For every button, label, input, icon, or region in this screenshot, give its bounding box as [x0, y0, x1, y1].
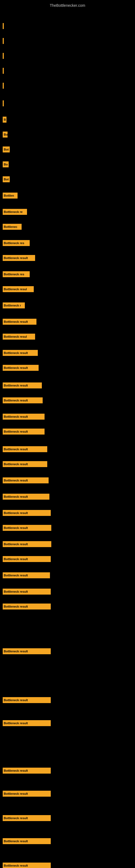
bar-row: Bottleneck result	[3, 319, 37, 325]
bar-row: Bottleneck result	[3, 397, 43, 403]
bar: Bottleneck result	[3, 397, 43, 403]
bar	[3, 100, 4, 106]
bar: Bottleneck result	[3, 697, 51, 703]
bar-row: Bot	[3, 176, 10, 182]
bar: Bot	[3, 176, 10, 182]
bar: Bottleneck result	[3, 541, 51, 547]
bar-row: Bottleneck result	[3, 572, 50, 578]
bar-row: Bottleneck result	[3, 446, 47, 452]
bar-row: Bottleneck result	[3, 556, 51, 562]
bar: Bottleneck result	[3, 791, 51, 797]
bar: Bottleneck r	[3, 303, 25, 308]
bar: B	[3, 117, 6, 123]
bar-row: Bottleneck resul	[3, 286, 34, 292]
bar-row: Bottleneck result	[3, 541, 51, 547]
bar-row: Bottleneck resul	[3, 334, 35, 340]
bar-row: Bottleneck result	[3, 365, 39, 371]
bar-row: Bottleneck res	[3, 240, 30, 246]
bar: Bottleneck result	[3, 863, 51, 868]
bar-row: Bottleneck result	[3, 382, 42, 389]
bar	[3, 38, 4, 44]
bar-row: Bottleneck result	[3, 494, 49, 500]
bar: Bo	[3, 161, 9, 167]
bar: Bottleneck result	[3, 255, 35, 261]
bar-row: Bottleneck result	[3, 838, 51, 844]
bar-row: Bottleneck result	[3, 815, 51, 821]
bar: Bottleneck resul	[3, 286, 34, 292]
bar: Bottleneck result	[3, 510, 51, 516]
bar-row: Bottleneck result	[3, 477, 49, 484]
bar-row	[3, 38, 4, 44]
bar: Bottleneck result	[3, 572, 50, 578]
bar: Bottleneck result	[3, 350, 38, 356]
bar-row: Bottleneck re	[3, 209, 27, 215]
bar-row: B	[3, 117, 6, 123]
bar-row: Bottlen	[3, 193, 17, 198]
bar-row: Bottleneck result	[3, 648, 51, 654]
bar: Bottleneck res	[3, 240, 30, 246]
bar-row	[3, 23, 4, 29]
bar: Bottleneck result	[3, 603, 51, 610]
bar: Bottleneck resul	[3, 334, 35, 340]
bar-row: Bottleneck result	[3, 510, 51, 516]
bar	[3, 53, 4, 59]
bar: Bottleneck result	[3, 477, 49, 484]
bar-row: Bot	[3, 147, 10, 152]
bar-row	[3, 53, 4, 59]
bar-row: Bottleneck result	[3, 461, 47, 467]
bar-row: Bo	[3, 161, 9, 167]
bar-row: Bottleneck result	[3, 697, 51, 703]
bar: Bottleneck result	[3, 446, 47, 452]
bar: Bo	[3, 131, 8, 137]
bar: Bottleneck result	[3, 414, 45, 420]
bar: Bottleneck result	[3, 589, 51, 595]
bar-row: Bottleneck result	[3, 720, 51, 726]
bar: Bottleneck result	[3, 365, 39, 371]
bar: Bottleneck result	[3, 382, 42, 389]
bar-row: Bottleneck result	[3, 414, 45, 420]
bar: Bottlenec	[3, 224, 21, 230]
bar: Bottlen	[3, 193, 17, 198]
bar-row: Bottlenec	[3, 224, 21, 230]
bar-row: Bottleneck result	[3, 589, 51, 595]
bar: Bottleneck re	[3, 209, 27, 215]
bar: Bottleneck result	[3, 768, 51, 774]
bar-row: Bottleneck result	[3, 791, 51, 797]
bar-row	[3, 83, 4, 89]
bar	[3, 83, 4, 89]
bar-row: Bottleneck result	[3, 603, 51, 610]
bar: Bottleneck result	[3, 815, 51, 821]
bars-container: BBoBotBoBotBottlenBottleneck reBottlenec…	[0, 8, 135, 868]
bar-row: Bottleneck result	[3, 525, 51, 531]
bar: Bottleneck result	[3, 648, 51, 654]
bar	[3, 68, 4, 74]
bar: Bottleneck result	[3, 720, 51, 726]
bar: Bot	[3, 147, 10, 152]
bar-row: Bottleneck res	[3, 271, 30, 277]
bar: Bottleneck result	[3, 525, 51, 531]
bar-row: Bottleneck r	[3, 303, 25, 308]
bar-row: Bottleneck result	[3, 255, 35, 261]
bar: Bottleneck result	[3, 429, 45, 435]
bar: Bottleneck res	[3, 271, 30, 277]
bar-row: Bottleneck result	[3, 768, 51, 774]
bar-row: Bottleneck result	[3, 863, 51, 868]
bar: Bottleneck result	[3, 461, 47, 467]
bar: Bottleneck result	[3, 319, 37, 325]
bar: Bottleneck result	[3, 838, 51, 844]
bar-row	[3, 68, 4, 74]
bar-row: Bottleneck result	[3, 429, 45, 435]
bar-row: Bottleneck result	[3, 350, 38, 356]
bar-row: Bo	[3, 131, 8, 137]
bar	[3, 23, 4, 29]
bar: Bottleneck result	[3, 494, 49, 500]
bar-row	[3, 100, 4, 106]
bar: Bottleneck result	[3, 556, 51, 562]
